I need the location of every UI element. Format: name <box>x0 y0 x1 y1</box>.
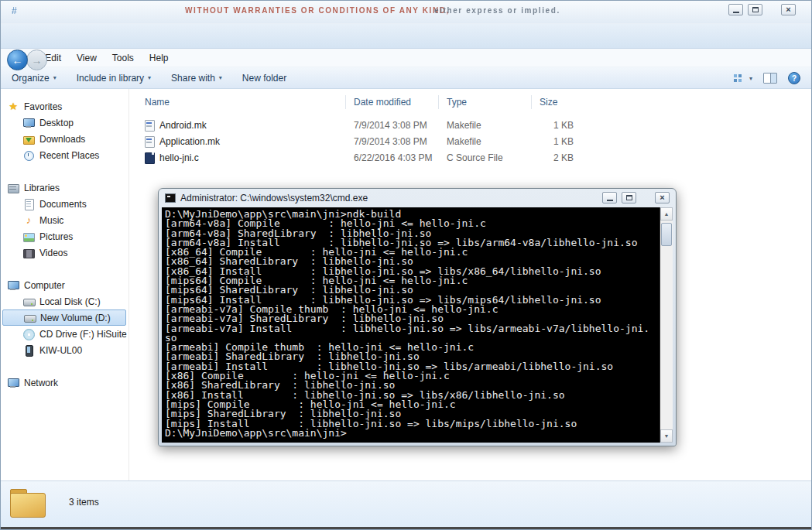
scroll-up-arrow[interactable]: ▲ <box>660 207 673 221</box>
column-header-type[interactable]: Type <box>439 95 532 109</box>
sidebar-label: Music <box>39 215 63 226</box>
file-size: 2 KB <box>532 152 592 163</box>
sidebar-item-music[interactable]: ♪ Music <box>1 212 128 228</box>
help-button[interactable]: ? <box>788 72 800 84</box>
status-bar: 3 items <box>1 480 811 528</box>
share-with-button[interactable]: Share with ▾ <box>171 73 222 84</box>
cmd-close-button[interactable]: × <box>655 192 670 203</box>
explorer-window: # WITHOUT WARRANTIES OR CONDITIONS OF AN… <box>0 0 812 530</box>
file-date: 6/22/2016 4:03 PM <box>346 152 439 163</box>
file-row-android-mk[interactable]: Android.mk 7/9/2014 3:08 PM Makefile 1 K… <box>129 117 811 133</box>
file-type: C Source File <box>439 152 532 163</box>
sidebar-item-favorites[interactable]: ★ Favorites <box>1 98 128 115</box>
file-size: 1 KB <box>532 136 592 147</box>
forward-button[interactable]: → <box>26 50 47 70</box>
sidebar-item-libraries[interactable]: Libraries <box>1 180 128 196</box>
sidebar-item-local-disk-c[interactable]: Local Disk (C:) <box>1 293 128 309</box>
command-toolbar: Organize ▾ Include in library ▾ Share wi… <box>1 67 811 89</box>
documents-icon <box>22 198 35 210</box>
sidebar-item-network[interactable]: Network <box>1 374 128 391</box>
downloads-icon <box>22 133 35 145</box>
sidebar-label: Pictures <box>39 231 73 242</box>
column-header-date-modified[interactable]: Date modified <box>346 95 439 109</box>
include-in-library-button[interactable]: Include in library ▾ <box>77 73 151 84</box>
sidebar-item-downloads[interactable]: Downloads <box>1 131 128 147</box>
network-icon <box>7 377 19 389</box>
background-window-license-text: WITHOUT WARRANTIES OR CONDITIONS OF ANY … <box>185 6 450 15</box>
makefile-icon <box>143 135 156 148</box>
sidebar-item-computer[interactable]: Computer <box>1 277 128 293</box>
items-count: 3 items <box>69 497 99 508</box>
new-folder-button[interactable]: New folder <box>242 73 286 84</box>
videos-icon <box>22 247 35 259</box>
background-window-text: # <box>12 5 17 16</box>
file-name: hello-jni.c <box>159 152 199 163</box>
cd-disc-icon <box>22 328 35 340</box>
menu-help[interactable]: Help <box>142 50 176 66</box>
organize-button[interactable]: Organize ▾ <box>12 73 57 84</box>
music-icon: ♪ <box>22 214 35 227</box>
sidebar-label: Network <box>24 378 58 388</box>
sidebar-label: Desktop <box>39 118 74 128</box>
menu-view[interactable]: View <box>69 50 104 66</box>
cmd-icon <box>165 193 176 203</box>
new-folder-label: New folder <box>242 73 286 84</box>
maximize-icon <box>752 7 759 12</box>
sidebar-gap <box>1 358 128 374</box>
sidebar-label: Computer <box>24 280 65 291</box>
file-name: Android.mk <box>159 120 207 131</box>
file-name: Application.mk <box>159 136 220 147</box>
cmd-title-bar[interactable]: Administrator: C:\windows\system32\cmd.e… <box>159 189 676 207</box>
close-icon: × <box>660 193 664 202</box>
scrollbar-thumb[interactable] <box>661 223 672 246</box>
chevron-down-icon: ▾ <box>219 74 222 81</box>
cmd-maximize-button[interactable] <box>622 192 636 203</box>
menu-tools[interactable]: Tools <box>104 50 142 66</box>
column-headers: Name Date modified Type Size <box>129 94 811 111</box>
back-button[interactable]: ← <box>7 50 28 70</box>
console-scrollbar[interactable]: ▲ ▼ <box>660 207 673 443</box>
file-row-hello-jni-c[interactable]: hello-jni.c 6/22/2016 4:03 PM C Source F… <box>129 149 811 166</box>
console-output[interactable]: D:\MyJniDemo\app\src\main\jni>ndk-build … <box>165 210 652 438</box>
sidebar-gap <box>1 163 128 180</box>
sidebar-item-documents[interactable]: Documents <box>1 196 128 212</box>
sidebar-item-new-volume-d-selected[interactable]: New Volume (D:) <box>2 309 126 326</box>
cmd-body: D:\MyJniDemo\app\src\main\jni>ndk-build … <box>162 207 673 443</box>
sidebar-label: Downloads <box>39 134 85 145</box>
preview-pane-button[interactable] <box>763 73 777 84</box>
sidebar-label: New Volume (D:) <box>40 313 111 323</box>
sidebar-item-recent-places[interactable]: Recent Places <box>1 147 128 163</box>
sidebar-label: Documents <box>39 199 87 210</box>
minimize-button[interactable] <box>728 4 743 15</box>
close-icon: × <box>786 5 790 14</box>
maximize-button[interactable] <box>748 4 762 15</box>
navigation-pane: ★ Favorites Desktop Downloads Recent Pla… <box>1 89 129 480</box>
console[interactable]: D:\MyJniDemo\app\src\main\jni>ndk-build … <box>162 207 660 443</box>
cmd-minimize-button[interactable] <box>602 192 617 203</box>
computer-icon <box>7 279 19 292</box>
scroll-down-arrow[interactable]: ▼ <box>660 429 673 443</box>
sidebar-label: Libraries <box>24 183 60 193</box>
file-row-application-mk[interactable]: Application.mk 7/9/2014 3:08 PM Makefile… <box>129 133 811 149</box>
sidebar-item-cd-drive-f[interactable]: CD Drive (F:) HiSuite <box>1 326 128 342</box>
title-bar[interactable]: # WITHOUT WARRANTIES OR CONDITIONS OF AN… <box>1 1 811 24</box>
file-date: 7/9/2014 3:08 PM <box>346 136 439 147</box>
sidebar-item-kiw-ul00[interactable]: KIW-UL00 <box>1 342 128 358</box>
sidebar-item-videos[interactable]: Videos <box>1 244 128 261</box>
column-header-name[interactable]: Name <box>129 95 346 109</box>
toolbar-right-icons: ▾ ? <box>733 67 800 89</box>
minimize-icon <box>607 200 613 201</box>
column-header-size[interactable]: Size <box>532 95 592 109</box>
change-view-button[interactable]: ▾ <box>733 74 752 83</box>
file-rows: Android.mk 7/9/2014 3:08 PM Makefile 1 K… <box>129 117 811 166</box>
folder-icon <box>10 489 44 517</box>
file-size: 1 KB <box>532 120 592 131</box>
makefile-icon <box>143 119 156 132</box>
hard-drive-icon <box>23 312 36 324</box>
window-bottom-edge <box>1 527 811 529</box>
hard-drive-icon <box>22 296 35 308</box>
sidebar-item-desktop[interactable]: Desktop <box>1 115 128 131</box>
sidebar-item-pictures[interactable]: Pictures <box>1 228 128 244</box>
close-button[interactable]: × <box>781 4 796 15</box>
file-date: 7/9/2014 3:08 PM <box>346 120 439 131</box>
